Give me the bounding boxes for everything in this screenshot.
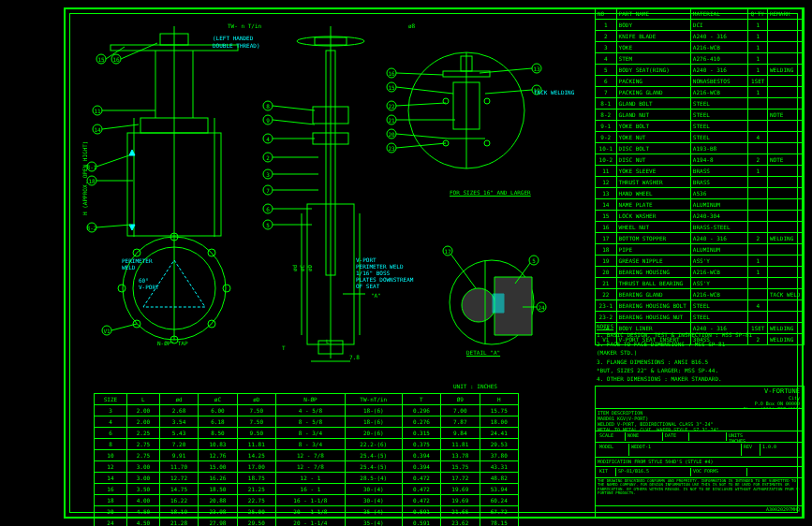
dim-row: 244.5021.2827.9829.5020 - 1-1/435-(4)0.5… <box>95 518 519 527</box>
dim-col: TW-nT/in <box>345 394 402 405</box>
parts-col-rmk: REMARK <box>767 8 804 20</box>
dim-col: øC <box>199 394 237 405</box>
part-row: 5BODY SEAT(RING)A240 - 3161WELDING <box>596 65 805 76</box>
svg-text:16: 16 <box>112 56 120 63</box>
notes-block: NOTES 1. BASIC DESIGN, TEST & INSPECTION… <box>595 321 805 387</box>
part-row: 8-1GLAND BOLTSTEEL <box>596 98 805 110</box>
dim-row: 204.5018.1923.9825.0020 - 1-1/835-(4)0.5… <box>95 506 519 518</box>
phid-label: ød <box>291 265 298 271</box>
scale-label: SCALE <box>599 432 613 438</box>
dim-row: 143.0012.7216.2618.7512 - 128.5-(4)0.472… <box>95 473 519 484</box>
vport-weld-2: PERIMETER WELD <box>356 263 404 270</box>
part-row: 9-1YOKE BOLTSTEEL <box>596 121 805 132</box>
detail-a-label: DETAIL "A" <box>466 349 500 356</box>
perimeter-weld-1: PERIMETER <box>122 257 153 264</box>
svg-text:5: 5 <box>532 257 536 264</box>
svg-line-76 <box>396 73 443 75</box>
part-row: 8-2GLAND NUTSTEELNOTE <box>596 110 805 121</box>
drawing-number: A30020297MHQ <box>766 506 800 512</box>
svg-text:11: 11 <box>94 108 101 114</box>
svg-text:4: 4 <box>266 136 270 142</box>
vport-weld-4: PLATES DOWNSTREAM <box>356 276 413 283</box>
tap-label: N-ØP" TAP <box>157 340 188 346</box>
svg-point-17 <box>118 285 125 292</box>
svg-text:14: 14 <box>94 126 101 133</box>
svg-text:24: 24 <box>538 304 545 311</box>
rev-val: 1.0.0 <box>762 444 776 449</box>
company-name: V-FORTUNE <box>598 387 800 395</box>
left-handed-note-2: DOUBLE THREAD) <box>213 42 260 49</box>
num78: 7.8 <box>349 354 360 360</box>
svg-text:15: 15 <box>97 56 105 63</box>
parts-col-no: NO <box>596 8 617 20</box>
parts-col-name: PART NAME <box>616 8 690 20</box>
note-line: 2. FACE TO FACE DIMENSIONS : MSS SP-81 <box>597 341 803 348</box>
tw-dim-label: TW- n T/in <box>228 22 261 29</box>
part-row: 14NAME PLATEALUMINUM <box>596 199 805 211</box>
cad-drawing: 1516 1114 8-1188-2 V1 8942 3765 16152221… <box>73 17 579 388</box>
a-mark: "A" <box>371 292 381 299</box>
svg-line-58 <box>111 324 137 330</box>
svg-text:V1: V1 <box>103 328 111 334</box>
dim-col: øD <box>237 394 275 405</box>
dim-row: 102.759.9112.7614.2512 - 7/825.4-(5)0.39… <box>95 450 519 461</box>
svg-text:5: 5 <box>266 222 270 228</box>
part-row: 22BEARING GLANDA216-WCBTACK WELD <box>596 289 805 300</box>
part-row: 19GREASE NIPPLEASS'Y1 <box>596 256 805 267</box>
part-row: 1BODYDCI1 <box>596 20 805 31</box>
svg-text:23: 23 <box>388 145 395 152</box>
dim-col: L <box>126 394 159 405</box>
svg-text:2: 2 <box>266 154 270 161</box>
part-row: 2KNIFE BLADEA240 - 3161 <box>596 31 805 42</box>
title-block: V-FORTUNE City P.O Box ON 00000 Phone:(8… <box>595 386 805 519</box>
dim-row: 32.002.686.007.504 - 5/818-(6)0.2967.001… <box>95 405 519 416</box>
part-row: 3YOKEA216-WCB1 <box>596 42 805 53</box>
dim-row: 123.0011.7015.0017.0012 - 7/825.4-(5)0.3… <box>95 461 519 473</box>
part-row: 11YOKE SLEEVEBRASS1 <box>596 166 805 177</box>
dim-col: SIZE <box>95 394 127 405</box>
svg-text:6: 6 <box>266 206 270 212</box>
note-line: 1. BASIC DESIGN, TEST & INSPECTION : MSS… <box>597 331 803 339</box>
part-row: 16WHEEL NUTBRASS-STEEL <box>596 222 805 233</box>
part-row: 12THRUST WASHERBRASS <box>596 177 805 188</box>
vport-weld-1: V-PORT <box>356 256 376 263</box>
part-row: 9-2YOKE NUTSTEEL4 <box>596 132 805 143</box>
svg-text:22: 22 <box>388 103 395 110</box>
part-row: 7PACKING GLANDA216-WCB1 <box>596 87 805 98</box>
svg-text:7: 7 <box>266 187 270 194</box>
svg-point-13 <box>223 285 230 292</box>
part-row: 13HAND WHEELA536 <box>596 188 805 199</box>
svg-text:8: 8 <box>266 103 270 110</box>
vport-weld-5: OF SEAT <box>356 283 379 289</box>
note-line: (MAKER STD.) <box>597 349 803 357</box>
parts-col-qty: Q'TY <box>748 8 768 20</box>
perimeter-weld-2: WELD <box>122 264 135 270</box>
dim-row: 62.255.438.509.508 - 3/420-(6)0.3159.842… <box>95 428 519 439</box>
part-row: 21THRUST BALL BEARINGASS'Y <box>596 278 805 289</box>
svg-line-62 <box>273 120 315 124</box>
svg-text:3: 3 <box>266 171 270 178</box>
kit-label: KIT <box>599 468 608 474</box>
notice: THE DRAWING DESCRIBED CONFORMS AND PROPR… <box>598 478 801 495</box>
svg-line-52 <box>96 155 129 167</box>
svg-text:16: 16 <box>388 70 395 77</box>
dim-row: 184.0016.2220.8822.7516 - 1-1/830-(4)0.4… <box>95 495 519 506</box>
part-row: 6PACKINGNONASBESTOS1SET <box>596 76 805 87</box>
svg-text:8-2: 8-2 <box>87 225 97 231</box>
model-label: MODEL <box>599 444 613 449</box>
svg-point-37 <box>484 98 490 104</box>
svg-line-80 <box>396 103 446 106</box>
part-row: 10-2DISC NUTA194-82NOTE <box>596 154 805 166</box>
svg-line-78 <box>396 87 453 94</box>
dim-col: N-ØP <box>276 394 346 405</box>
svg-line-50 <box>102 124 139 129</box>
vport-angle: 60° <box>139 277 149 284</box>
part-row: 4STEMA276-4101 <box>596 53 805 65</box>
model-val: WEDDT-1 <box>631 444 651 449</box>
dim-row: 82.757.2010.8311.818 - 3/422.2-(6)0.3751… <box>95 439 519 450</box>
col-label: VOC FORMS <box>693 468 718 474</box>
rev-label: REV <box>744 444 752 449</box>
L-dim: L <box>326 338 330 344</box>
unit-label: UNIT : INCHES <box>453 383 497 389</box>
svg-text:8-1: 8-1 <box>87 164 97 170</box>
